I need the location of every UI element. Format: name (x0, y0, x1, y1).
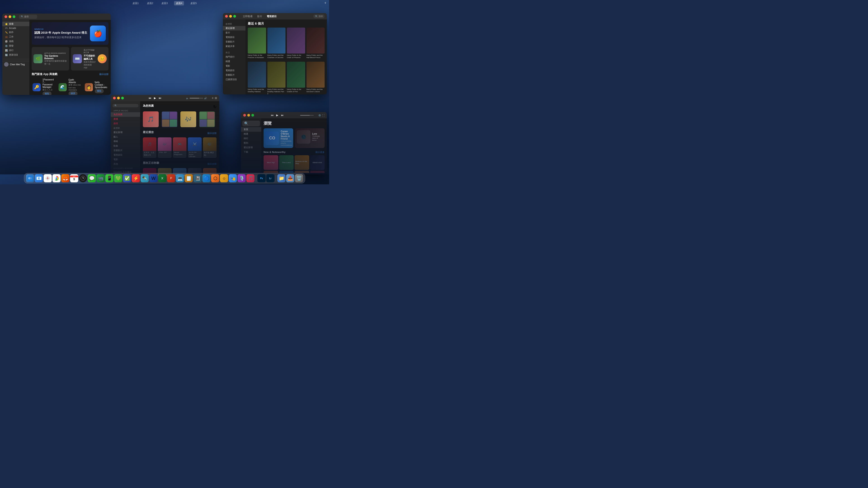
dock-lightroom[interactable]: Lr (266, 174, 274, 182)
settings-icon[interactable]: ⚙️ (318, 114, 321, 117)
movie-card[interactable]: Harry Potter and the Deathly Hallows (248, 62, 266, 94)
sidebar-item-musicv[interactable]: 音樂影片 (223, 73, 246, 77)
refresh-icon[interactable]: ↻ (213, 104, 217, 109)
prev-button[interactable]: ⏮ (149, 96, 151, 100)
dock-spark[interactable]: ⚡ (132, 174, 140, 182)
dock-firefox[interactable]: 🦊 (61, 174, 69, 182)
dock-itunes[interactable]: 🎵 (246, 174, 254, 182)
sidebar-item-games[interactable]: 🎲 遊戲 (2, 39, 29, 43)
wwdc-banner[interactable]: WWDC19 認識 2019 年 Apple Design Award 得主 探… (32, 22, 108, 45)
sidebar-item-radio[interactable]: 廣播 (111, 117, 140, 121)
sidebar-item-category[interactable]: 類別 (241, 141, 261, 145)
dock-wechat[interactable]: 💚 (114, 174, 122, 182)
dock-ppt[interactable]: P (167, 174, 175, 182)
sidebar-item-discover[interactable]: ⭐ 探索 (2, 22, 29, 26)
noteworthy-card[interactable]: Nice Try! (264, 155, 278, 170)
next-button[interactable]: ⏭ (159, 96, 161, 100)
search-bar[interactable]: 🔍 搜尋 (313, 14, 324, 18)
sidebar-item-arcade[interactable]: 🎮 Arcade (2, 26, 29, 30)
dock-sketch[interactable]: ◇ (220, 174, 228, 182)
desktop-tab-1[interactable]: 桌面1 (131, 1, 141, 5)
dock-finder-folder[interactable]: 📁 (277, 174, 285, 182)
dock-sublime[interactable]: ⬡ (211, 174, 219, 182)
sidebar-item-search[interactable]: 搜尋 (111, 121, 140, 126)
search-bar[interactable]: 🔍 (242, 121, 260, 126)
featured-conan[interactable]: CO Conan O'Brien Needs A Friend Unbounde… (264, 128, 293, 148)
sidebar-item-updates[interactable]: 🔄 更新項目 (2, 53, 29, 57)
dock-messages[interactable]: 💬 (88, 174, 96, 182)
list-item[interactable]: 🌊 Earth Atlantis 新奇 dive into lost sea m… (58, 77, 82, 95)
maximize-button[interactable] (121, 97, 124, 99)
award-card-gardens[interactable]: 🌿 APPLE DESIGN AWARDS The Gardens Betwee… (32, 47, 69, 70)
list-item[interactable]: 👩 Nelly Cootalot - Spoonbeaks 獲取 (84, 77, 108, 95)
list-item[interactable]: ⚔️ Yu Gi Oh! Super Ultimate (188, 137, 202, 158)
dock-appstore[interactable]: 🎭 (229, 174, 237, 182)
dock-drafts[interactable]: ✒️ (141, 174, 149, 182)
sidebar-item-dev[interactable]: ⚙️ 開發 (2, 43, 29, 48)
app-get-button-2[interactable]: 獲取 (95, 89, 104, 93)
see-all-recent[interactable]: 顯示全部 (208, 132, 217, 135)
play-button[interactable]: ▶ (276, 113, 278, 117)
app-get-button[interactable]: 獲取 (42, 92, 52, 95)
movie-card[interactable]: Harry Potter and the Chamber of Secrets (268, 28, 286, 59)
sidebar-item-homesharing[interactable]: 家庭共享 (223, 44, 246, 48)
sidebar-item-home[interactable]: 首頁 (241, 127, 261, 132)
noteworthy-card[interactable]: DEAD ASS (310, 155, 325, 170)
maximize-button[interactable] (251, 114, 254, 117)
dock-tower[interactable]: 🗒️ (185, 174, 193, 182)
app-buy-button[interactable]: 購買 (68, 91, 78, 95)
minimize-button[interactable] (229, 15, 232, 18)
sidebar-item-recent[interactable]: 最近新增 (223, 26, 246, 31)
sidebar-item-storemovies[interactable]: 電影 (223, 64, 246, 68)
sidebar-item-albums[interactable]: 專輯 (111, 139, 140, 144)
list-item[interactable]: 🔑 1Password 7 - Password Manager 建立三人士 獲… (32, 77, 56, 95)
nav-movies[interactable]: 影片 (256, 15, 263, 18)
sidebar-item-ranking[interactable]: 排行 (241, 136, 261, 141)
maximize-button[interactable] (13, 15, 16, 18)
desktop-tab-2[interactable]: 桌面2 (145, 1, 155, 5)
movie-card[interactable]: Harry Potter & the Order of Phoenix (287, 28, 305, 59)
dock-xcode[interactable]: 💻 (176, 174, 184, 182)
dock-clock[interactable] (79, 174, 87, 182)
sidebar-item-musicvideos[interactable]: 音樂影片 (223, 39, 246, 44)
nav-tvshows[interactable]: 電視節目 (266, 15, 278, 18)
sidebar-item-storetvshows[interactable]: 電視節目 (223, 68, 246, 73)
movie-card[interactable]: Harry Potter & the Goblet of Fire (287, 62, 305, 94)
minimize-button[interactable] (117, 97, 120, 99)
music-card[interactable]: 🎵 (143, 111, 159, 127)
search-bar[interactable]: 🔍 搜尋 (19, 15, 37, 19)
sidebar-item-artists[interactable]: 藝人 (111, 135, 140, 139)
dock-safari[interactable] (43, 174, 52, 182)
nav-nowplaying[interactable]: 立即觀看 (242, 15, 254, 18)
dock-things[interactable]: ✅ (123, 174, 131, 182)
sidebar-item-recent-add[interactable]: 最近新增 (111, 130, 140, 135)
dock-trash[interactable]: 🗑️ (295, 174, 303, 182)
sidebar-item-movies[interactable]: 影片 (223, 31, 246, 35)
list-item[interactable]: 🎮 Naruto Shippuden (173, 137, 186, 158)
dock-whatsapp[interactable]: 📱 (105, 174, 114, 182)
dock-facetime[interactable]: 📹 (96, 174, 105, 182)
minimize-button[interactable] (247, 114, 250, 117)
sidebar-item-mv[interactable]: 音樂影片 (111, 148, 140, 153)
see-all-friends[interactable]: 顯示全部 (208, 162, 217, 166)
dock-downloads[interactable]: 📥 (286, 174, 294, 182)
close-button[interactable] (113, 97, 116, 99)
close-button[interactable] (225, 15, 228, 18)
maximize-button[interactable] (233, 15, 236, 18)
dock-photoshop[interactable]: Ps (257, 174, 266, 182)
dock-finder[interactable] (26, 174, 34, 182)
noteworthy-card[interactable]: Wondery Inside (264, 171, 278, 173)
volume-bar[interactable] (300, 115, 314, 116)
sidebar-item-foryou[interactable]: 為您推薦 (111, 112, 140, 117)
sidebar-item-create[interactable]: ✏️ 創作 (2, 30, 29, 35)
dock-email[interactable]: 📧 (35, 174, 43, 182)
desktop-tab-3[interactable]: 桌面3 (160, 1, 169, 5)
sidebar-item-download[interactable]: 下載 (241, 150, 261, 154)
prev-button[interactable]: ⏮ (271, 113, 274, 117)
sidebar-item-featured[interactable]: 精選 (223, 59, 246, 64)
movie-card[interactable]: Harry Potter and the Deathly Hallows Par… (268, 62, 286, 94)
sidebar-item-top[interactable]: 熱門排行 (223, 55, 246, 59)
dock-sourcetree[interactable]: 🔵 (202, 174, 211, 182)
movie-card[interactable]: Harry Potter and the Sorcerer's Stone (307, 62, 325, 94)
music-card[interactable] (199, 111, 215, 127)
